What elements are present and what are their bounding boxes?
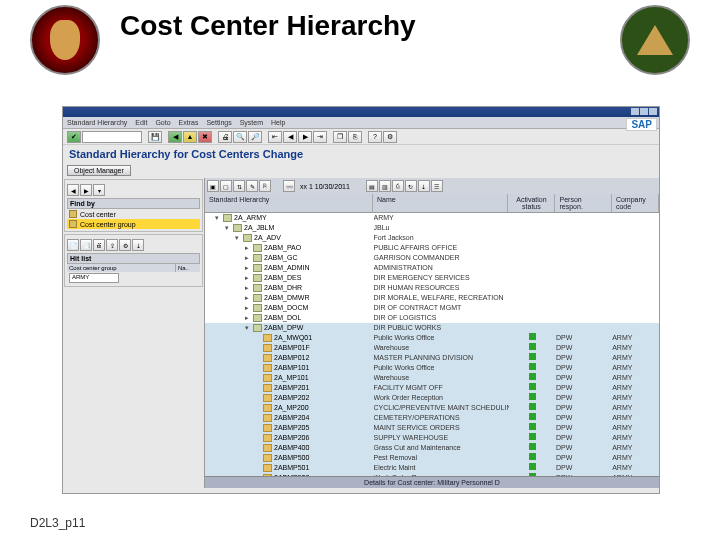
hitlist-row[interactable]: ARMY <box>67 272 200 284</box>
menu-edit[interactable]: Edit <box>135 119 147 126</box>
expand-icon[interactable]: ▸ <box>243 313 251 323</box>
window-controls[interactable] <box>631 108 657 115</box>
group-input[interactable]: ARMY <box>69 273 119 283</box>
expand-icon[interactable]: ▸ <box>243 293 251 303</box>
expand-icon[interactable]: ▣ <box>207 180 219 192</box>
status-active-icon <box>529 343 536 350</box>
toggle-icon[interactable]: ⇅ <box>233 180 245 192</box>
tree-row[interactable]: 2ABMP206SUPPLY WAREHOUSEDPWARMY <box>205 433 659 443</box>
node-code: 2ABMP400 <box>274 443 309 453</box>
tree-row[interactable]: ▸ 2ABM_PAOPUBLIC AFFAIRS OFFICE <box>205 243 659 253</box>
tool-icon[interactable]: ⤓ <box>418 180 430 192</box>
expand-icon[interactable]: ▸ <box>243 283 251 293</box>
tree-row[interactable]: 2ABMP01FWarehouseDPWARMY <box>205 343 659 353</box>
tool-icon[interactable]: ▤ <box>366 180 378 192</box>
tool-icon[interactable]: ⤓ <box>132 239 144 251</box>
tree-row[interactable]: 2ABMP101Public Works OfficeDPWARMY <box>205 363 659 373</box>
new-session-button[interactable]: ❐ <box>333 131 347 143</box>
tree-body[interactable]: ▾ 2A_ARMYARMY▾ 2A_JBLMJBLu▾ 2A_ADVFort J… <box>205 213 659 476</box>
tree-row[interactable]: ▾ 2A_JBLMJBLu <box>205 223 659 233</box>
tree-row[interactable]: ▸ 2ABM_GCGARRISON COMMANDER <box>205 253 659 263</box>
shortcut-button[interactable]: ⎘ <box>348 131 362 143</box>
tree-row[interactable]: ▸ 2ABM_ADMINADMINISTRATION <box>205 263 659 273</box>
tree-row[interactable]: 2A_MP101WarehouseDPWARMY <box>205 373 659 383</box>
menu-extras[interactable]: Extras <box>179 119 199 126</box>
slide-footer: D2L3_p11 <box>30 516 85 530</box>
tool-icon[interactable]: ☰ <box>431 180 443 192</box>
nav-fwd-icon[interactable]: ▶ <box>80 184 92 196</box>
help-button[interactable]: ? <box>368 131 382 143</box>
tool-icon[interactable]: ▥ <box>379 180 391 192</box>
back-button[interactable]: ◀ <box>168 131 182 143</box>
save-button[interactable]: 💾 <box>148 131 162 143</box>
find-cost-center[interactable]: Cost center <box>67 209 200 219</box>
node-code: 2A_JBLM <box>244 223 274 233</box>
node-code: 2ABMP101 <box>274 363 309 373</box>
status-active-icon <box>529 423 536 430</box>
menu-hierarchy[interactable]: Standard Hierarchy <box>67 119 127 126</box>
find-cost-center-group[interactable]: Cost center group <box>67 219 200 229</box>
tree-row[interactable]: 2ABMP205MAINT SERVICE ORDERSDPWARMY <box>205 423 659 433</box>
layout-button[interactable]: ⚙ <box>383 131 397 143</box>
expand-icon[interactable]: ▸ <box>243 273 251 283</box>
print-button[interactable]: 🖨 <box>218 131 232 143</box>
tree-row[interactable]: ▾ 2ABM_DPWDIR PUBLIC WORKS <box>205 323 659 333</box>
tree-row[interactable]: 2A_MWQ01Public Works OfficeDPWARMY <box>205 333 659 343</box>
expand-icon[interactable]: ▾ <box>223 223 231 233</box>
costcenter-icon <box>263 464 272 472</box>
tool-icon[interactable]: ⚙ <box>119 239 131 251</box>
tool-icon[interactable]: 🖨 <box>93 239 105 251</box>
nav-back-icon[interactable]: ◀ <box>67 184 79 196</box>
node-company: ARMY <box>612 383 659 393</box>
last-page-button[interactable]: ⇥ <box>313 131 327 143</box>
tree-row[interactable]: ▸ 2ABM_DESDIR EMERGENCY SERVICES <box>205 273 659 283</box>
tool-icon[interactable]: ⎘ <box>259 180 271 192</box>
expand-icon[interactable]: ▸ <box>243 243 251 253</box>
tree-row[interactable]: 2ABMP400Grass Cut and MaintenanceDPWARMY <box>205 443 659 453</box>
nav-history-icon[interactable]: ▾ <box>93 184 105 196</box>
object-manager-button[interactable]: Object Manager <box>67 165 131 176</box>
tree-row[interactable]: 2A_MP200CYCLIC/PREVENTIVE MAINT SCHEDULI… <box>205 403 659 413</box>
tool-icon[interactable]: ⎙ <box>392 180 404 192</box>
menu-help[interactable]: Help <box>271 119 285 126</box>
tool-icon[interactable]: 📄 <box>67 239 79 251</box>
tree-row[interactable]: 2ABMP204CEMETERY/OPERATIONSDPWARMY <box>205 413 659 423</box>
tool-icon[interactable]: 📑 <box>80 239 92 251</box>
tree-row[interactable]: ▾ 2A_ARMYARMY <box>205 213 659 223</box>
menu-goto[interactable]: Goto <box>155 119 170 126</box>
tree-row[interactable]: ▸ 2ABM_DHRDIR HUMAN RESOURCES <box>205 283 659 293</box>
tree-row[interactable]: ▸ 2ABM_DOCMDIR OF CONTRACT MGMT <box>205 303 659 313</box>
tree-row[interactable]: 2ABMP201FACILITY MGMT OFFDPWARMY <box>205 383 659 393</box>
expand-icon[interactable]: ▸ <box>243 263 251 273</box>
prev-page-button[interactable]: ◀ <box>283 131 297 143</box>
tree-row[interactable]: 2ABMP500Pest RemovalDPWARMY <box>205 453 659 463</box>
expand-icon[interactable]: ▾ <box>213 213 221 223</box>
exit-button[interactable]: ▲ <box>183 131 197 143</box>
cancel-button[interactable]: ✖ <box>198 131 212 143</box>
collapse-icon[interactable]: ▢ <box>220 180 232 192</box>
glasses-icon[interactable]: 👓 <box>283 180 295 192</box>
expand-icon[interactable]: ▸ <box>243 253 251 263</box>
tree-row[interactable]: ▸ 2ABM_DMWRDIR MORALE, WELFARE, RECREATI… <box>205 293 659 303</box>
menu-system[interactable]: System <box>240 119 263 126</box>
tool-icon[interactable]: ⇪ <box>106 239 118 251</box>
first-page-button[interactable]: ⇤ <box>268 131 282 143</box>
command-field[interactable] <box>82 131 142 143</box>
tool-icon[interactable]: ↻ <box>405 180 417 192</box>
next-page-button[interactable]: ▶ <box>298 131 312 143</box>
costcenter-icon <box>263 354 272 362</box>
tree-row[interactable]: 2ABMP202Work Order ReceptionDPWARMY <box>205 393 659 403</box>
find-button[interactable]: 🔍 <box>233 131 247 143</box>
tool-icon[interactable]: ✎ <box>246 180 258 192</box>
tree-row[interactable]: ▸ 2ABM_DOLDIR OF LOGISTICS <box>205 313 659 323</box>
status-active-icon <box>529 403 536 410</box>
expand-icon[interactable]: ▾ <box>233 233 241 243</box>
enter-button[interactable]: ✔ <box>67 131 81 143</box>
tree-row[interactable]: ▾ 2A_ADVFort Jackson <box>205 233 659 243</box>
expand-icon[interactable]: ▾ <box>243 323 251 333</box>
tree-row[interactable]: 2ABMP012MASTER PLANNING DIVISIONDPWARMY <box>205 353 659 363</box>
tree-row[interactable]: 2ABMP501Electric MaintDPWARMY <box>205 463 659 473</box>
expand-icon[interactable]: ▸ <box>243 303 251 313</box>
menu-settings[interactable]: Settings <box>206 119 231 126</box>
find-next-button[interactable]: 🔎 <box>248 131 262 143</box>
